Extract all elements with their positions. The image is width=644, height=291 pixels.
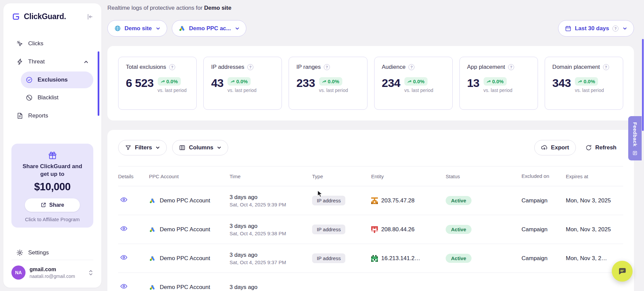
feedback-note-icon	[632, 150, 638, 156]
time-absolute: Sat, Oct 4, 2025 9:38 PM	[230, 231, 312, 236]
columns-button[interactable]: Columns	[172, 140, 228, 155]
entity-value: 208.80.44.26	[381, 226, 414, 233]
sidebar-item-exclusions[interactable]: Exclusions	[21, 71, 93, 88]
help-icon[interactable]: ?	[169, 64, 175, 70]
google-ads-icon	[149, 255, 156, 262]
chevron-down-icon	[155, 145, 160, 150]
entity-identicon-icon	[371, 255, 378, 262]
threat-submenu: Exclusions Blacklist	[21, 71, 93, 106]
ppc-account-selector-value: Demo PPC ac...	[189, 25, 231, 32]
share-button[interactable]: Share	[25, 198, 80, 212]
sidebar-item-settings[interactable]: Settings	[11, 246, 93, 260]
date-range-dropdown[interactable]: Last 30 days ?	[558, 20, 634, 37]
view-details-eye-icon[interactable]	[120, 225, 128, 232]
type-badge: IP address	[312, 253, 345, 263]
entity-identicon-icon	[371, 197, 378, 204]
stat-comparison-label: vs. last period	[228, 88, 256, 93]
time-relative: 3 days ago	[230, 252, 312, 258]
refresh-button[interactable]: Refresh	[579, 140, 623, 155]
column-header: Excluded on	[522, 173, 551, 180]
stat-value: 233	[296, 77, 315, 89]
refresh-icon	[585, 144, 592, 151]
sidebar-scrollbar[interactable]	[98, 51, 99, 116]
stat-comparison-label: vs. last period	[484, 88, 512, 93]
account-menu[interactable]: NA gmail.com naatali.ro@gmail.com	[11, 260, 93, 280]
collapse-sidebar-icon[interactable]	[86, 13, 93, 20]
excluded-on-value: Campaign	[522, 255, 566, 262]
site-selector-dropdown[interactable]: Demo site	[107, 20, 167, 37]
column-header: Time	[230, 174, 312, 179]
feedback-tab[interactable]: Feedback	[628, 116, 642, 160]
filters-button[interactable]: Filters	[118, 140, 167, 155]
expires-at-value: Mon, Nov 3, 2025	[566, 197, 623, 204]
stat-delta: 0.0%	[584, 79, 595, 84]
table-row[interactable]: Demo PPC Account 3 days ago	[118, 273, 623, 291]
clickguard-logo-icon	[11, 12, 20, 21]
site-selector-value: Demo site	[125, 25, 152, 32]
time-absolute: Sat, Oct 4, 2025 9:39 PM	[230, 202, 312, 207]
table-row[interactable]: Demo PPC Account 3 days ago Sat, Oct 4, …	[118, 186, 623, 215]
column-header: Type	[312, 174, 371, 179]
stat-label: Audience	[382, 64, 406, 70]
sidebar-item-threat[interactable]: Threat	[11, 53, 93, 70]
stat-delta: 0.0%	[166, 79, 178, 84]
cursor-click-icon	[16, 40, 23, 47]
trend-badge: 0.0%	[575, 77, 598, 86]
stat-comparison-label: vs. last period	[158, 88, 187, 93]
external-link-icon	[41, 202, 46, 208]
subtitle-site-name: Demo site	[204, 5, 231, 11]
chevron-down-icon	[623, 26, 627, 31]
table-row[interactable]: Demo PPC Account 3 days ago Sat, Oct 4, …	[118, 244, 623, 273]
entity-value: 203.75.47.28	[381, 197, 414, 204]
help-icon[interactable]: ?	[603, 64, 609, 70]
help-icon[interactable]: ?	[508, 64, 514, 70]
share-button-label: Share	[49, 202, 64, 208]
report-document-icon	[16, 112, 23, 119]
ppc-account-selector-dropdown[interactable]: Demo PPC ac...	[172, 20, 246, 37]
settings-label: Settings	[28, 249, 49, 256]
help-icon[interactable]: ?	[612, 26, 618, 32]
ppc-account-name: Demo PPC Account	[160, 226, 210, 233]
status-badge: Active	[446, 196, 472, 205]
affiliate-promo-card[interactable]: Share ClickGuard and get up to $10,000 S…	[11, 144, 93, 228]
stat-value: 6 523	[126, 77, 154, 89]
help-icon[interactable]: ?	[247, 64, 253, 70]
trend-up-icon	[161, 80, 165, 84]
view-details-eye-icon[interactable]	[120, 254, 128, 261]
sidebar-item-reports[interactable]: Reports	[11, 107, 93, 124]
ppc-account-name: Demo PPC Account	[160, 197, 210, 204]
table-row[interactable]: Demo PPC Account 3 days ago Sat, Oct 4, …	[118, 215, 623, 244]
sidebar-item-label: Threat	[28, 58, 45, 65]
help-icon[interactable]: ?	[408, 64, 414, 70]
sidebar-item-blacklist[interactable]: Blacklist	[21, 89, 93, 106]
threat-lightning-icon	[16, 58, 23, 65]
stat-comparison-label: vs. last period	[575, 88, 604, 93]
entity-value: 16.213.141.2…	[381, 255, 420, 262]
trend-up-icon	[578, 80, 582, 84]
view-details-eye-icon[interactable]	[120, 196, 128, 203]
avatar: NA	[11, 265, 26, 280]
stat-card: IP ranges ? 233 0.0% vs. last period	[289, 57, 367, 110]
page-subtitle: Realtime logs of protective actions for …	[107, 0, 634, 11]
page-scrollbar[interactable]	[642, 39, 644, 131]
date-range-value: Last 30 days	[575, 25, 609, 32]
check-badge-icon	[26, 76, 33, 84]
help-icon[interactable]: ?	[324, 64, 330, 70]
sidebar: ClickGuard. Clicks Threat	[3, 3, 101, 288]
stat-value: 13	[467, 77, 480, 89]
ppc-account-name: Demo PPC Account	[160, 255, 210, 262]
excluded-on-value: Campaign	[522, 226, 566, 233]
view-details-eye-icon[interactable]	[120, 283, 128, 290]
sidebar-item-label: Blacklist	[38, 94, 58, 101]
brand-name: ClickGuard.	[24, 12, 83, 21]
export-button[interactable]: Export	[534, 140, 576, 155]
type-badge: IP address	[312, 225, 345, 234]
stat-delta: 0.0%	[328, 79, 339, 84]
time-relative: 3 days ago	[230, 223, 312, 230]
sidebar-item-clicks[interactable]: Clicks	[11, 35, 93, 52]
stat-card: Total exclusions ? 6 523 0.0% vs. last p…	[118, 57, 197, 110]
excluded-on-value: Campaign	[522, 197, 566, 204]
chat-widget-button[interactable]	[612, 261, 633, 282]
chevron-down-icon	[235, 26, 240, 31]
chevron-down-icon	[217, 145, 221, 150]
